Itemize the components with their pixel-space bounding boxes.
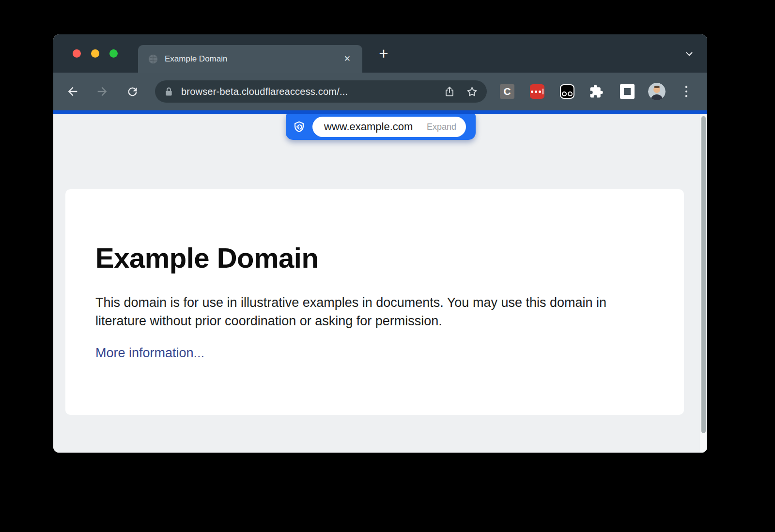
new-tab-button[interactable]: + [375, 34, 392, 73]
more-information-link[interactable]: More information... [95, 346, 204, 361]
extension-lastpass-icon[interactable] [530, 84, 544, 99]
page-heading: Example Domain [95, 242, 654, 274]
close-window-button[interactable] [73, 49, 81, 58]
back-button[interactable] [63, 73, 82, 110]
scrollbar-thumb[interactable] [701, 116, 706, 433]
zoom-window-button[interactable] [109, 49, 118, 58]
shield-arrow-icon [286, 121, 312, 134]
url-text[interactable]: browser-beta.cloudflareaccess.com/... [181, 86, 439, 97]
tab-strip: Example Domain ✕ + [53, 34, 707, 73]
lock-icon[interactable] [164, 87, 174, 97]
address-bar[interactable]: browser-beta.cloudflareaccess.com/... [155, 80, 487, 103]
traffic-lights [73, 34, 118, 73]
globe-favicon-icon [148, 54, 158, 64]
extensions-puzzle-icon[interactable] [589, 84, 604, 99]
isolated-host-text: www.example.com [324, 121, 427, 133]
expand-button[interactable]: Expand [427, 122, 456, 132]
profile-avatar[interactable] [648, 83, 666, 100]
minimize-window-button[interactable] [91, 49, 99, 58]
tab-title: Example Domain [165, 54, 342, 64]
forward-button[interactable] [93, 73, 111, 110]
page-viewport: www.example.com Expand Example Domain Th… [53, 114, 707, 453]
isolation-host-bar: www.example.com Expand [286, 114, 476, 140]
bookmark-star-icon[interactable] [466, 86, 478, 98]
example-domain-card: Example Domain This domain is for use in… [65, 189, 684, 415]
page-body-text: This domain is for use in illustrative e… [95, 293, 652, 330]
tab-example-domain[interactable]: Example Domain ✕ [138, 45, 362, 73]
extension-goggles-icon[interactable] [560, 84, 574, 99]
toolbar: browser-beta.cloudflareaccess.com/... C [53, 73, 707, 110]
extension-c-letter: C [503, 86, 511, 97]
tab-search-chevron-icon[interactable] [684, 34, 695, 73]
scrollbar-track[interactable] [700, 114, 707, 453]
browser-menu-icon[interactable] [680, 73, 693, 110]
isolated-site-pill[interactable]: www.example.com Expand [312, 117, 466, 137]
browser-window: Example Domain ✕ + browser-beta.cloudf [53, 34, 707, 453]
isolation-accent-line [53, 110, 707, 114]
extension-frame-icon[interactable] [620, 84, 635, 99]
share-icon[interactable] [444, 86, 455, 97]
tab-close-icon[interactable]: ✕ [342, 53, 353, 65]
reload-button[interactable] [123, 73, 141, 110]
extension-c-icon[interactable]: C [500, 84, 514, 99]
